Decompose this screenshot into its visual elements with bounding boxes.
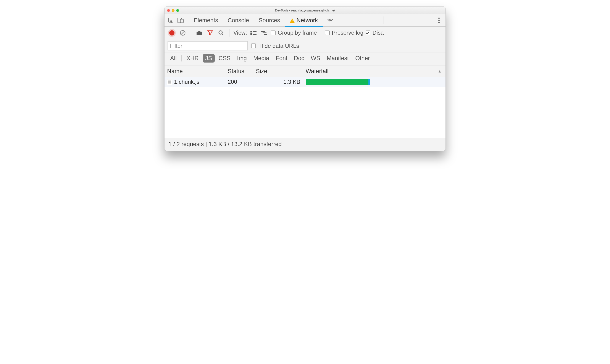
svg-point-11	[219, 31, 222, 34]
kebab-menu-icon[interactable]	[434, 17, 444, 23]
tab-console[interactable]: Console	[223, 14, 254, 27]
svg-rect-3	[292, 20, 292, 21]
type-chip-manifest[interactable]: Manifest	[324, 54, 351, 63]
separator	[191, 29, 191, 37]
group-by-frame-checkbox[interactable]	[271, 30, 275, 35]
svg-rect-18	[263, 32, 266, 33]
warning-icon	[290, 18, 295, 23]
type-chip-xhr[interactable]: XHR	[184, 54, 201, 63]
filter-input[interactable]	[168, 41, 248, 51]
cell-name: 1.chunk.js	[165, 77, 225, 87]
request-name: 1.chunk.js	[174, 78, 199, 85]
table-body: 1.chunk.js 200 1.3 KB	[165, 77, 445, 138]
svg-rect-19	[264, 34, 267, 35]
svg-rect-14	[253, 31, 257, 32]
hide-data-urls-label: Hide data URLs	[259, 43, 299, 49]
svg-line-12	[222, 34, 223, 35]
large-rows-icon[interactable]	[249, 28, 258, 37]
preserve-log-label: Preserve log	[332, 29, 363, 36]
type-chip-media[interactable]: Media	[251, 54, 272, 63]
svg-rect-13	[250, 31, 252, 32]
sort-indicator-icon: ▲	[438, 69, 441, 74]
svg-line-9	[181, 31, 184, 35]
preserve-log-checkbox[interactable]	[325, 30, 330, 35]
record-button[interactable]	[168, 28, 176, 37]
cell-status: 200	[225, 77, 253, 87]
window-controls	[167, 7, 179, 14]
type-chip-img[interactable]: Img	[234, 54, 249, 63]
device-toolbar-icon[interactable]	[176, 16, 185, 25]
type-chip-css[interactable]: CSS	[216, 54, 233, 63]
hide-data-urls-checkbox[interactable]	[251, 43, 256, 48]
search-icon[interactable]	[217, 28, 225, 37]
panel-tabs: Elements Console Sources Network	[165, 14, 445, 27]
capture-screenshots-icon[interactable]	[195, 28, 204, 37]
svg-rect-10	[196, 32, 202, 35]
group-by-frame-label: Group by frame	[278, 29, 317, 36]
resource-type-filters: All XHR JS CSS Img Media Font Doc WS Man…	[165, 53, 445, 66]
table-header: Name Status Size Waterfall ▲	[165, 66, 445, 77]
column-waterfall[interactable]: Waterfall ▲	[303, 66, 445, 77]
svg-point-7	[438, 22, 440, 23]
status-bar: 1 / 2 requests | 1.3 KB / 13.2 KB transf…	[165, 138, 445, 151]
devtools-window: DevTools - react-lazy-suspense.glitch.me…	[164, 6, 446, 151]
disable-cache-label: Disa	[373, 29, 384, 36]
waterfall-bar	[306, 79, 368, 85]
table-empty-area	[165, 87, 445, 138]
svg-rect-2	[180, 19, 183, 23]
svg-rect-16	[253, 34, 257, 35]
separator	[384, 16, 384, 24]
column-size[interactable]: Size	[253, 66, 303, 77]
type-chip-ws[interactable]: WS	[308, 54, 323, 63]
type-chip-other[interactable]: Other	[353, 54, 373, 63]
type-chip-js[interactable]: JS	[203, 54, 215, 63]
minimize-window-button[interactable]	[172, 9, 174, 12]
column-name[interactable]: Name	[165, 66, 225, 77]
tab-sources[interactable]: Sources	[254, 14, 285, 27]
filter-bar: Hide data URLs	[165, 39, 445, 53]
close-window-button[interactable]	[167, 9, 170, 12]
filter-icon[interactable]	[206, 28, 215, 37]
separator	[321, 29, 321, 37]
tab-network[interactable]: Network	[285, 14, 323, 27]
cell-waterfall	[303, 77, 445, 87]
type-chip-doc[interactable]: Doc	[291, 54, 307, 63]
zoom-window-button[interactable]	[176, 9, 179, 12]
svg-rect-4	[292, 22, 292, 22]
svg-rect-15	[250, 33, 252, 35]
more-tabs-icon[interactable]	[325, 16, 335, 25]
svg-rect-17	[261, 31, 265, 32]
file-icon	[167, 79, 172, 85]
table-row[interactable]: 1.chunk.js 200 1.3 KB	[165, 77, 445, 87]
window-titlebar: DevTools - react-lazy-suspense.glitch.me…	[165, 7, 445, 14]
type-chip-all[interactable]: All	[168, 54, 179, 63]
requests-table: Name Status Size Waterfall ▲ 1.chunk.js …	[165, 66, 445, 138]
svg-point-6	[438, 20, 440, 21]
type-chip-font[interactable]: Font	[273, 54, 290, 63]
view-label: View:	[233, 29, 247, 36]
network-toolbar: View: Group by frame Preserve log Disa	[165, 27, 445, 39]
window-title: DevTools - react-lazy-suspense.glitch.me…	[275, 8, 335, 12]
svg-point-5	[438, 17, 440, 19]
inspect-element-icon[interactable]	[166, 16, 176, 25]
column-status[interactable]: Status	[225, 66, 253, 77]
overview-icon[interactable]	[260, 28, 269, 37]
cell-size: 1.3 KB	[253, 77, 303, 87]
clear-icon[interactable]	[178, 28, 187, 37]
tab-elements[interactable]: Elements	[189, 14, 223, 27]
disable-cache-checkbox[interactable]	[366, 30, 370, 35]
